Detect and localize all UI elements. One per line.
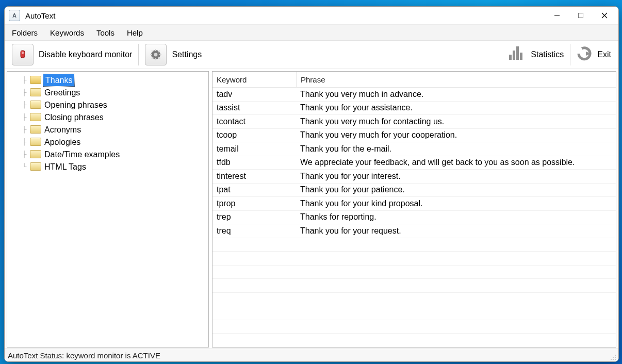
table-row-empty (212, 306, 616, 320)
table-row[interactable]: tcontactThank you very much for contacti… (212, 115, 616, 129)
tree-branch-icon: ├ (21, 99, 28, 111)
cell-phrase: Thank you very much in advance. (296, 90, 616, 99)
table-row[interactable]: trepThanks for reporting. (212, 211, 616, 225)
toolbar: Disable keyboard monitor (5, 41, 618, 69)
svg-line-15 (152, 57, 153, 59)
folder-item[interactable]: ├Closing phrases (10, 111, 205, 123)
svg-line-14 (158, 51, 160, 52)
folder-label: Apologies (43, 136, 81, 148)
folder-label: Date/Time examples (43, 148, 121, 160)
folder-tree[interactable]: ├Thanks├Greetings├Opening phrases├Closin… (7, 72, 208, 175)
tree-branch-icon: └ (21, 161, 28, 173)
table-row[interactable]: treqThank you for your request. (212, 224, 616, 238)
menu-folders[interactable]: Folders (12, 28, 38, 37)
table-row[interactable]: tfdbWe appreciate your feedback, and wil… (212, 156, 616, 170)
table-body[interactable]: tadvThank you very much in advance.tassi… (212, 88, 616, 347)
table-row[interactable]: tinterestThank you for your interest. (212, 170, 616, 184)
close-button[interactable] (593, 8, 616, 23)
svg-point-20 (615, 355, 616, 356)
folder-item[interactable]: └HTML Tags (10, 160, 205, 173)
table-row[interactable]: tpatThank you for your patience. (212, 184, 616, 197)
tree-branch-icon: ├ (21, 148, 28, 160)
menu-help[interactable]: Help (127, 28, 143, 37)
folder-icon (30, 150, 41, 158)
cell-phrase: We appreciate your feedback, and will ge… (296, 158, 616, 167)
svg-rect-19 (520, 53, 522, 60)
svg-rect-18 (516, 46, 519, 60)
svg-rect-1 (579, 13, 583, 18)
toolbar-separator (570, 44, 570, 65)
table-row[interactable]: tassistThank you for your assistance. (212, 102, 616, 115)
menu-keywords[interactable]: Keywords (50, 28, 84, 37)
folder-icon (30, 101, 41, 109)
column-keyword[interactable]: Keyword (212, 72, 297, 87)
folder-icon (30, 162, 41, 171)
svg-point-24 (613, 359, 614, 360)
cell-keyword: trep (212, 212, 296, 222)
folder-icon (30, 88, 41, 96)
svg-point-21 (613, 357, 614, 358)
menu-tools[interactable]: Tools (96, 28, 114, 37)
folder-icon (30, 113, 41, 121)
toolbar-separator (138, 44, 139, 65)
table-row[interactable]: tpropThank you for your kind proposal. (212, 197, 616, 211)
exit-button[interactable]: Exit (574, 43, 614, 67)
cell-keyword: tpat (212, 185, 296, 194)
table-row[interactable]: tcoopThank you very much for your cooper… (212, 129, 616, 143)
disable-monitor-label: Disable keyboard monitor (39, 50, 132, 59)
statistics-label: Statistics (531, 50, 564, 59)
cell-keyword: treq (212, 226, 296, 236)
cell-phrase: Thank you for your request. (296, 226, 616, 236)
main-body: ├Thanks├Greetings├Opening phrases├Closin… (5, 69, 618, 349)
folder-item[interactable]: ├Date/Time examples (10, 148, 205, 160)
folder-label: Opening phrases (43, 99, 108, 111)
maximize-button[interactable] (569, 8, 593, 23)
folder-item[interactable]: ├Thanks (10, 74, 205, 86)
cell-keyword: tprop (212, 199, 296, 208)
cell-keyword: tcontact (212, 117, 296, 126)
folder-icon (30, 76, 41, 84)
menubar: Folders Keywords Tools Help (5, 24, 618, 41)
svg-point-25 (615, 359, 616, 360)
folders-panel: ├Thanks├Greetings├Opening phrases├Closin… (7, 71, 209, 348)
status-text: AutoText Status: keyword monitor is ACTI… (8, 351, 160, 360)
folder-item[interactable]: ├Acronyms (10, 123, 205, 136)
resize-grip-icon[interactable] (609, 353, 616, 360)
cell-phrase: Thank you very much for your cooperation… (296, 130, 616, 140)
cell-keyword: tadv (212, 90, 296, 99)
cell-phrase: Thank you for your kind proposal. (296, 199, 616, 208)
folder-item[interactable]: ├Opening phrases (10, 98, 205, 111)
tree-branch-icon: ├ (21, 111, 28, 123)
folder-label: HTML Tags (43, 161, 87, 173)
folder-item[interactable]: ├Apologies (10, 136, 205, 148)
folder-label: Greetings (43, 87, 81, 98)
table-row-empty (212, 334, 616, 347)
keyboard-monitor-icon (12, 44, 34, 65)
folder-label: Closing phrases (43, 111, 105, 123)
table-row[interactable]: temailThank you for the e-mail. (212, 142, 616, 156)
disable-monitor-button[interactable]: Disable keyboard monitor (9, 43, 135, 67)
cell-phrase: Thank you for the e-mail. (296, 144, 616, 154)
cell-keyword: tcoop (212, 130, 296, 140)
titlebar: A AutoText (5, 7, 618, 24)
table-row-empty (212, 252, 616, 266)
settings-button[interactable]: Settings (142, 43, 205, 67)
gear-icon (145, 44, 167, 65)
svg-line-12 (152, 51, 153, 52)
table-row[interactable]: tadvThank you very much in advance. (212, 88, 616, 102)
minimize-button[interactable] (545, 8, 569, 23)
cell-phrase: Thank you very much for contacting us. (296, 117, 616, 126)
app-window: A AutoText Folders Keywords Tools Help (4, 6, 619, 362)
folder-label: Thanks (43, 74, 74, 86)
folder-item[interactable]: ├Greetings (10, 86, 205, 98)
tree-branch-icon: ├ (21, 136, 28, 148)
statistics-button[interactable]: Statistics (505, 43, 567, 67)
table-row-empty (212, 279, 616, 293)
cell-keyword: tassist (212, 103, 296, 112)
cell-phrase: Thank you for your interest. (296, 172, 616, 181)
tree-branch-icon: ├ (21, 87, 28, 98)
statusbar: AutoText Status: keyword monitor is ACTI… (5, 349, 618, 361)
svg-point-22 (615, 357, 616, 358)
column-phrase[interactable]: Phrase (297, 72, 616, 87)
svg-rect-17 (513, 51, 515, 60)
